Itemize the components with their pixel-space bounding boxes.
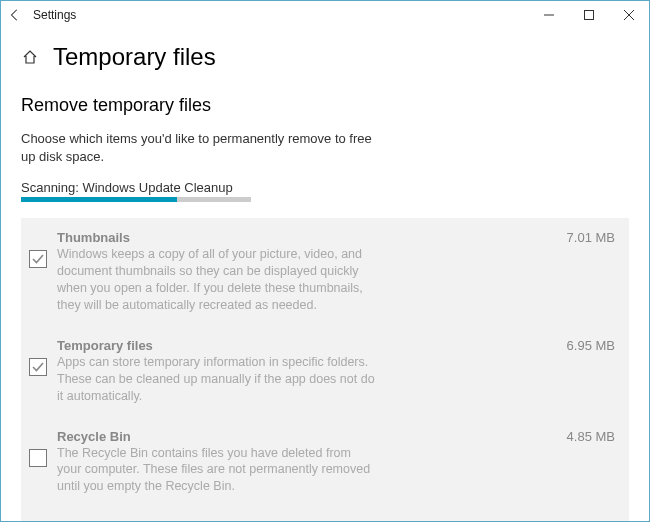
item-description: Apps can store temporary information in … <box>57 354 377 405</box>
item-header: Thumbnails7.01 MB <box>57 230 615 245</box>
item-size: 4.85 MB <box>567 429 615 444</box>
items-container: Thumbnails7.01 MBWindows keeps a copy of… <box>21 218 629 521</box>
items-panel: Thumbnails7.01 MBWindows keeps a copy of… <box>21 218 629 521</box>
item-header: Temporary files6.95 MB <box>57 338 615 353</box>
checkmark-icon <box>32 361 44 373</box>
item-size: 6.95 MB <box>567 338 615 353</box>
item-header: Previous Windows installation(s)20.4 GB <box>57 519 615 521</box>
section-heading: Remove temporary files <box>21 95 629 116</box>
item-title: Temporary files <box>57 338 153 353</box>
list-item: Previous Windows installation(s)20.4 GBF… <box>21 507 629 521</box>
item-size: 20.4 GB <box>567 519 615 521</box>
item-body: Temporary files6.95 MBApps can store tem… <box>57 338 615 405</box>
item-size: 7.01 MB <box>567 230 615 245</box>
back-button[interactable] <box>7 7 23 23</box>
close-icon <box>624 10 634 20</box>
item-title: Thumbnails <box>57 230 130 245</box>
list-item: Recycle Bin4.85 MBThe Recycle Bin contai… <box>21 417 629 508</box>
list-item: Temporary files6.95 MBApps can store tem… <box>21 326 629 417</box>
maximize-icon <box>584 10 594 20</box>
app-name: Settings <box>33 8 76 22</box>
content-area: Temporary files Remove temporary files C… <box>1 29 649 521</box>
window-controls <box>529 1 649 29</box>
progress-bar <box>21 197 251 202</box>
maximize-button[interactable] <box>569 1 609 29</box>
minimize-icon <box>544 10 554 20</box>
item-description: Windows keeps a copy of all of your pict… <box>57 246 377 314</box>
close-button[interactable] <box>609 1 649 29</box>
checkbox[interactable] <box>29 358 47 376</box>
item-title: Recycle Bin <box>57 429 131 444</box>
home-icon <box>22 49 38 65</box>
checkmark-icon <box>32 253 44 265</box>
item-header: Recycle Bin4.85 MB <box>57 429 615 444</box>
item-body: Thumbnails7.01 MBWindows keeps a copy of… <box>57 230 615 314</box>
item-description: The Recycle Bin contains files you have … <box>57 445 377 496</box>
settings-window: Settings Temporary files Remove temporar… <box>0 0 650 522</box>
item-body: Previous Windows installation(s)20.4 GBF… <box>57 519 615 521</box>
titlebar-left: Settings <box>7 7 76 23</box>
page-title: Temporary files <box>53 43 216 71</box>
section-description: Choose which items you'd like to permane… <box>21 130 381 166</box>
minimize-button[interactable] <box>529 1 569 29</box>
svg-rect-1 <box>585 11 594 20</box>
item-title: Previous Windows installation(s) <box>57 519 261 521</box>
page-header: Temporary files <box>21 43 629 71</box>
home-button[interactable] <box>21 48 39 66</box>
progress-fill <box>21 197 177 202</box>
checkbox[interactable] <box>29 449 47 467</box>
list-item: Thumbnails7.01 MBWindows keeps a copy of… <box>21 218 629 326</box>
titlebar: Settings <box>1 1 649 29</box>
item-body: Recycle Bin4.85 MBThe Recycle Bin contai… <box>57 429 615 496</box>
checkbox[interactable] <box>29 250 47 268</box>
back-arrow-icon <box>8 8 22 22</box>
scan-status: Scanning: Windows Update Cleanup <box>21 180 629 195</box>
